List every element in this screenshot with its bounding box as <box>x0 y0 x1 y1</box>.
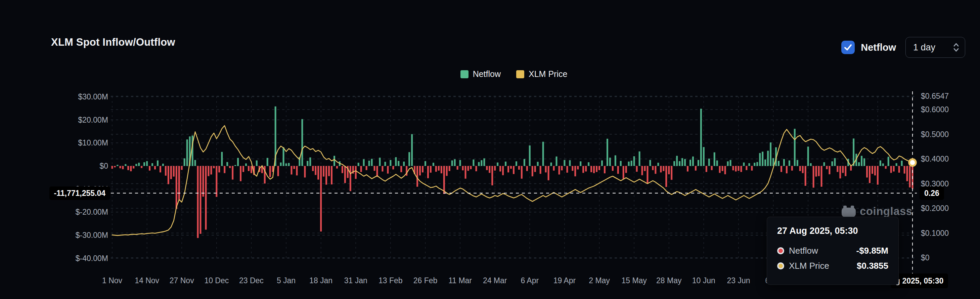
netflow-bar[interactable] <box>904 166 905 174</box>
netflow-bar[interactable] <box>125 164 126 166</box>
netflow-bar[interactable] <box>488 166 490 173</box>
netflow-bar[interactable] <box>122 166 124 169</box>
netflow-bar[interactable] <box>427 166 429 178</box>
netflow-bar[interactable] <box>245 163 247 166</box>
netflow-bar[interactable] <box>210 166 212 174</box>
netflow-bar[interactable] <box>671 166 672 180</box>
netflow-bar[interactable] <box>202 166 204 197</box>
netflow-bar[interactable] <box>242 166 244 172</box>
netflow-bar[interactable] <box>888 157 889 166</box>
netflow-bar[interactable] <box>138 162 140 166</box>
netflow-bar[interactable] <box>572 166 573 171</box>
netflow-bar[interactable] <box>127 166 129 170</box>
netflow-bar[interactable] <box>869 166 870 183</box>
netflow-bar[interactable] <box>475 166 477 171</box>
netflow-bar[interactable] <box>518 166 520 170</box>
netflow-bar[interactable] <box>500 166 501 171</box>
netflow-bar[interactable] <box>317 166 319 180</box>
netflow-bar[interactable] <box>151 163 153 166</box>
netflow-bar[interactable] <box>853 138 854 166</box>
netflow-bar[interactable] <box>473 159 474 166</box>
netflow-bar[interactable] <box>791 166 793 171</box>
netflow-bar[interactable] <box>553 166 555 171</box>
netflow-bar[interactable] <box>620 161 622 166</box>
netflow-bar[interactable] <box>652 166 654 170</box>
netflow-bar[interactable] <box>727 161 729 166</box>
netflow-bar[interactable] <box>486 166 488 170</box>
netflow-bar[interactable] <box>813 166 815 188</box>
netflow-bar[interactable] <box>684 159 686 166</box>
netflow-bar[interactable] <box>168 166 169 184</box>
netflow-bar[interactable] <box>625 166 627 173</box>
netflow-bar[interactable] <box>676 156 678 166</box>
netflow-bar[interactable] <box>563 160 565 166</box>
netflow-bar[interactable] <box>451 161 453 166</box>
netflow-bar[interactable] <box>834 158 835 166</box>
netflow-bar[interactable] <box>636 166 638 172</box>
netflow-bar[interactable] <box>234 165 236 166</box>
netflow-bar[interactable] <box>157 161 159 166</box>
netflow-bar[interactable] <box>374 166 375 171</box>
netflow-bar[interactable] <box>285 163 287 166</box>
netflow-bar[interactable] <box>687 166 689 171</box>
netflow-bar[interactable] <box>689 159 691 166</box>
netflow-bar[interactable] <box>558 166 560 174</box>
netflow-bar[interactable] <box>764 159 766 166</box>
netflow-bar[interactable] <box>441 166 442 173</box>
netflow-bar[interactable] <box>719 166 721 173</box>
netflow-bar[interactable] <box>663 166 664 171</box>
netflow-bar[interactable] <box>390 160 391 166</box>
netflow-bar[interactable] <box>845 166 846 176</box>
netflow-bar[interactable] <box>818 166 820 176</box>
netflow-bar[interactable] <box>336 166 338 169</box>
netflow-bar[interactable] <box>181 166 183 170</box>
netflow-bar[interactable] <box>540 166 541 174</box>
netflow-bar[interactable] <box>371 159 373 166</box>
netflow-bar[interactable] <box>323 166 325 177</box>
netflow-bar[interactable] <box>379 157 380 166</box>
netflow-bar[interactable] <box>748 163 750 166</box>
netflow-bar[interactable] <box>508 166 509 172</box>
netflow-bar[interactable] <box>907 166 908 181</box>
netflow-bar[interactable] <box>681 158 683 166</box>
netflow-bar[interactable] <box>759 153 761 166</box>
netflow-bar[interactable] <box>898 166 900 173</box>
netflow-bar[interactable] <box>320 166 322 231</box>
netflow-bar[interactable] <box>872 166 873 174</box>
netflow-bar[interactable] <box>470 166 471 169</box>
netflow-bar[interactable] <box>159 166 161 172</box>
netflow-bar[interactable] <box>590 166 592 172</box>
netflow-bar[interactable] <box>893 166 895 171</box>
netflow-bar[interactable] <box>411 134 413 166</box>
netflow-bar[interactable] <box>644 166 646 171</box>
netflow-bar[interactable] <box>497 162 498 166</box>
netflow-bar[interactable] <box>331 166 332 184</box>
netflow-bar[interactable] <box>714 152 715 166</box>
netflow-bar[interactable] <box>706 166 707 172</box>
netflow-bar[interactable] <box>288 163 290 166</box>
netflow-bar[interactable] <box>267 158 268 166</box>
netflow-bar[interactable] <box>529 145 531 166</box>
netflow-bar[interactable] <box>296 166 298 175</box>
netflow-bar[interactable] <box>114 166 116 167</box>
netflow-bar[interactable] <box>350 166 351 191</box>
netflow-bar[interactable] <box>133 166 134 169</box>
netflow-bar[interactable] <box>283 147 285 166</box>
netflow-bar[interactable] <box>264 166 266 183</box>
netflow-bar[interactable] <box>526 166 528 171</box>
netflow-bar[interactable] <box>535 166 536 172</box>
netflow-bar[interactable] <box>831 161 833 166</box>
netflow-bar[interactable] <box>492 166 493 185</box>
netflow-bar[interactable] <box>307 161 308 166</box>
netflow-bar[interactable] <box>807 146 809 166</box>
netflow-bar[interactable] <box>692 157 694 166</box>
netflow-bar[interactable] <box>213 166 215 168</box>
netflow-bar[interactable] <box>858 162 860 166</box>
netflow-bar[interactable] <box>312 166 314 171</box>
netflow-bar[interactable] <box>449 166 450 171</box>
netflow-bar[interactable] <box>505 162 506 166</box>
netflow-bar[interactable] <box>732 166 734 170</box>
netflow-bar[interactable] <box>218 166 220 172</box>
netflow-bar[interactable] <box>269 166 271 177</box>
netflow-bar[interactable] <box>301 119 303 166</box>
